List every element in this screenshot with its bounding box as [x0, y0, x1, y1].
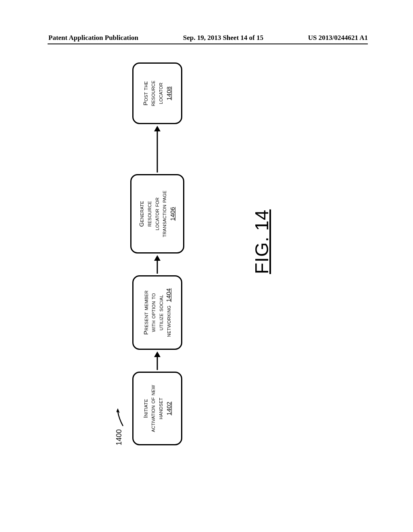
flow-arrow-icon: [155, 126, 159, 172]
step-text: resource: [146, 201, 153, 227]
header-rule: [48, 44, 368, 44]
flow-step-1408: Post the resource locator 1408: [132, 62, 182, 124]
step-number: 1404: [165, 288, 172, 302]
step-text: Initiate: [142, 399, 150, 418]
step-text: locator: [157, 83, 165, 104]
reference-number: 1400: [115, 429, 123, 445]
page: Patent Application Publication Sep. 19, …: [0, 0, 413, 532]
step-text: networking: [165, 305, 172, 337]
header-right: US 2013/0244621 A1: [308, 34, 368, 42]
page-header: Patent Application Publication Sep. 19, …: [48, 34, 368, 42]
step-text: with option to: [150, 293, 157, 332]
step-text: Generate: [138, 201, 146, 227]
step-text: locator for: [153, 197, 161, 231]
step-text: handset: [157, 398, 165, 420]
reference-number-callout: 1400: [115, 397, 127, 445]
flow-step-1404: Present member with option to utilize so…: [132, 275, 182, 350]
flow-step-1406: Generate resource locator for transactio…: [130, 174, 184, 254]
step-text-with-number: networking 1404: [165, 288, 173, 337]
step-text: activation of new: [149, 385, 157, 432]
step-text: utilize social: [157, 295, 165, 330]
flow-arrow-icon: [155, 351, 159, 370]
flow-arrow-icon: [155, 255, 159, 274]
step-number: 1408: [165, 87, 173, 100]
step-text: Present member: [142, 291, 150, 335]
step-text: transaction page: [161, 191, 168, 237]
step-number: 1402: [165, 401, 173, 415]
header-left: Patent Application Publication: [48, 34, 138, 42]
reference-arrow-icon: [117, 407, 125, 427]
flow-step-1402: Initiate activation of new handset 1402: [132, 372, 182, 445]
figure-caption-wrap: FIG. 14: [251, 181, 275, 274]
step-text: resource: [149, 81, 157, 106]
step-text: Post the: [142, 81, 150, 105]
figure-rotated-content: 1400 Initiate activation of new handset …: [117, 62, 186, 445]
figure-caption: FIG. 14: [251, 181, 275, 274]
step-number: 1406: [169, 207, 177, 221]
flowchart: Initiate activation of new handset 1402 …: [129, 62, 186, 445]
figure-area: 1400 Initiate activation of new handset …: [117, 62, 186, 445]
header-center: Sep. 19, 2013 Sheet 14 of 15: [183, 34, 263, 42]
